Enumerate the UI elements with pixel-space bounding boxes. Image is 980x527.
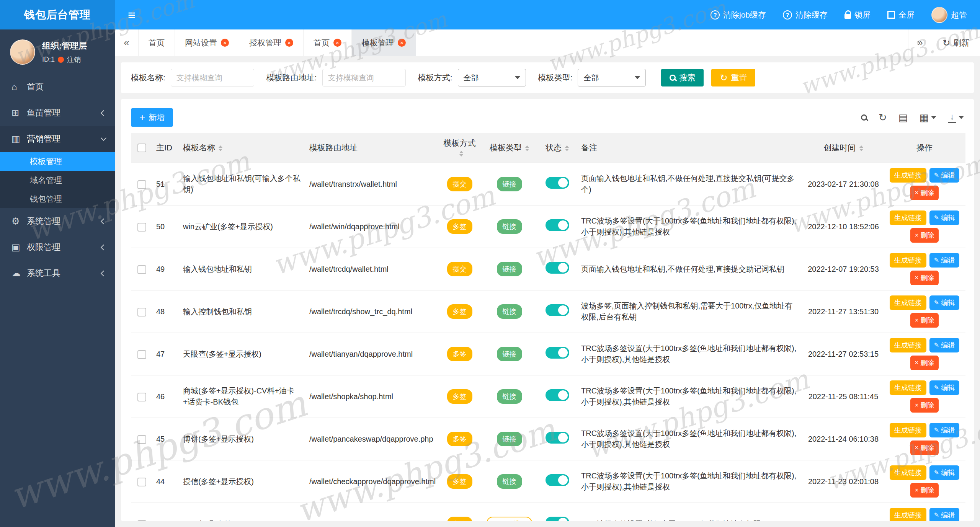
edit-button[interactable]: ✎ 编辑 [929,508,959,521]
clear-cache-label: 清除缓存 [795,10,828,20]
template-mode-select[interactable]: 全部 [458,69,526,86]
delete-button[interactable]: × 删除 [910,271,939,285]
edit-button[interactable]: ✎ 编辑 [929,380,959,395]
delete-button[interactable]: × 删除 [910,186,939,200]
select-all-checkbox[interactable] [137,144,146,152]
sidebar-item-marketing[interactable]: ▥ 营销管理 [0,126,115,152]
sidebar-item-home[interactable]: ⌂ 首页 [0,74,115,100]
delete-button[interactable]: × 删除 [910,228,939,243]
status-toggle[interactable] [546,347,569,359]
tab-home[interactable]: 首页 [139,29,175,56]
close-icon[interactable]: × [333,39,341,47]
generate-link-button[interactable]: 生成链接 [890,338,926,352]
row-checkbox[interactable] [137,223,146,232]
delete-label: 删除 [920,231,934,240]
tab-authorization[interactable]: 授权管理 × [239,29,304,56]
close-icon[interactable]: × [398,39,406,47]
edit-button[interactable]: ✎ 编辑 [929,210,959,225]
user-menu[interactable]: 超管 [931,7,967,23]
detail-view-icon[interactable]: ▤ [898,112,908,124]
delete-button[interactable]: × 删除 [910,483,939,498]
reset-button[interactable]: ↻ 重置 [711,69,755,86]
generate-link-button[interactable]: 生成链接 [890,210,926,225]
tab-site-settings[interactable]: 网站设置 × [175,29,239,56]
generate-link-button[interactable]: 生成链接 [890,253,926,268]
close-icon[interactable]: × [221,39,229,47]
columns-icon[interactable]: ▦ [919,112,936,124]
template-route: /wallet/trcdq/show_trc_dq.html [309,307,412,316]
row-checkbox[interactable] [137,435,146,444]
sidebar-item-template-management[interactable]: 模板管理 [0,152,115,171]
row-checkbox[interactable] [137,478,146,486]
generate-link-button[interactable]: 生成链接 [890,508,926,521]
sidebar-item-wallet-management[interactable]: 钱包管理 [0,189,115,208]
generate-link-button[interactable]: 生成链接 [890,465,926,480]
status-toggle[interactable] [546,432,569,444]
delete-button[interactable]: × 删除 [910,441,939,455]
template-route-input[interactable] [322,69,406,86]
sort-icon[interactable] [459,151,463,157]
mode-badge: 提交 [447,262,472,276]
row-checkbox[interactable] [137,308,146,317]
row-checkbox[interactable] [137,180,146,189]
tabs-scroll-right-icon[interactable]: » [908,29,932,56]
sidebar-item-system-tools[interactable]: ☁ 系统工具 [0,260,115,286]
refresh-tab-button[interactable]: ↻ 刷新 [932,29,980,56]
status-toggle[interactable] [546,177,569,189]
export-icon[interactable]: ↓ [948,113,964,123]
row-checkbox[interactable] [137,265,146,274]
template-type-select[interactable]: 全部 [578,69,646,86]
generate-link-button[interactable]: 生成链接 [890,295,926,310]
tab-home-2[interactable]: 首页 × [304,29,352,56]
edit-button[interactable]: ✎ 编辑 [929,465,959,480]
row-checkbox[interactable] [137,393,146,401]
status-toggle[interactable] [546,517,569,521]
sidebar-item-domain-management[interactable]: 域名管理 [0,171,115,189]
menu-label: 营销管理 [27,133,60,145]
search-icon[interactable] [861,114,867,121]
sort-icon[interactable] [565,145,569,151]
clear-cache-button[interactable]: ? 清除缓存 [783,10,828,20]
generate-link-button[interactable]: 生成链接 [890,423,926,437]
submenu-label: 钱包管理 [30,194,62,204]
close-icon[interactable]: × [285,39,293,47]
delete-button[interactable]: × 删除 [910,313,939,328]
edit-button[interactable]: ✎ 编辑 [929,168,959,183]
generate-link-button[interactable]: 生成链接 [890,168,926,183]
lock-screen-button[interactable]: 锁屏 [844,10,871,20]
edit-button[interactable]: ✎ 编辑 [929,423,959,437]
sidebar-item-system-management[interactable]: ⚙ 系统管理 [0,208,115,234]
sort-icon[interactable] [219,145,222,151]
menu-toggle-icon[interactable]: ≡ [128,8,136,21]
tabs-scroll-left-icon[interactable]: « [115,29,139,56]
template-name-input[interactable] [171,69,254,86]
status-toggle[interactable] [546,304,569,316]
add-button[interactable]: + 新增 [131,108,173,127]
delete-button[interactable]: × 删除 [910,398,939,413]
sidebar-item-permission-management[interactable]: ▣ 权限管理 [0,234,115,260]
edit-icon: ✎ [934,257,939,263]
fullscreen-button[interactable]: 全屏 [887,10,915,20]
refresh-icon[interactable]: ↻ [879,112,887,124]
edit-button[interactable]: ✎ 编辑 [929,338,959,352]
search-button[interactable]: 搜索 [661,69,704,86]
sort-icon[interactable] [525,145,529,151]
sort-icon[interactable] [859,145,863,151]
sidebar-item-fish-management[interactable]: ⊞ 鱼苗管理 [0,100,115,126]
status-toggle[interactable] [546,389,569,401]
user-avatar [931,7,947,23]
edit-button[interactable]: ✎ 编辑 [929,295,959,310]
reset-label: 重置 [731,72,747,83]
edit-button[interactable]: ✎ 编辑 [929,253,959,268]
generate-link-button[interactable]: 生成链接 [890,380,926,395]
status-toggle[interactable] [546,474,569,486]
delete-button[interactable]: × 删除 [910,356,939,370]
row-remark: TRC波场多签设置(大于100trx多签(鱼地址和我们地址都有权限),小于则授权… [581,217,796,236]
clear-job-cache-button[interactable]: ? 清除job缓存 [710,10,766,20]
tab-template-management[interactable]: 模板管理 × [352,29,416,56]
status-toggle[interactable] [546,219,569,231]
logout-link[interactable]: 注销 [67,55,81,64]
row-checkbox[interactable] [137,350,146,359]
status-toggle[interactable] [546,262,569,274]
row-checkbox[interactable] [137,520,146,521]
